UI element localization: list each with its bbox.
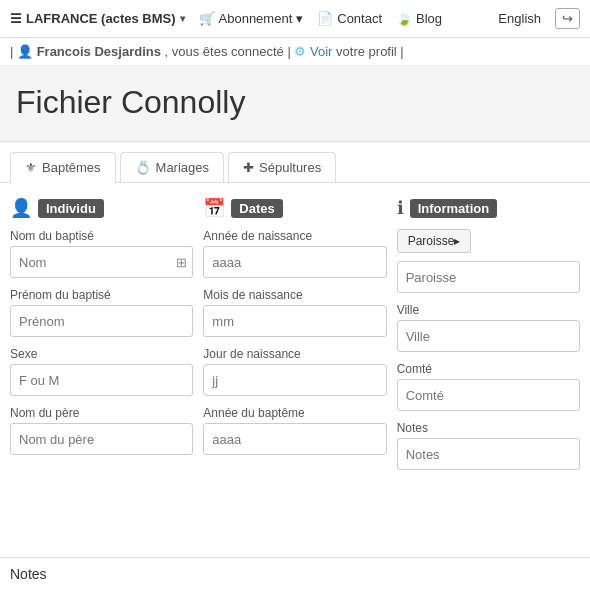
cart-icon: 🛒 [199, 11, 215, 26]
logout-icon: ↪ [562, 11, 573, 26]
annee-bapteme-input[interactable] [203, 423, 386, 455]
comte-field-group: Comté [397, 362, 580, 411]
tab-baptemes[interactable]: ⚜ Baptêmes [10, 152, 116, 183]
nom-label: Nom du baptisé [10, 229, 193, 243]
sexe-field-group: Sexe [10, 347, 193, 396]
userbar: | 👤 Francois Desjardins , vous êtes conn… [0, 38, 590, 66]
userbar-middle: , vous êtes connecté | [165, 44, 291, 59]
leaf-icon: 🍃 [396, 11, 412, 26]
tabs: ⚜ Baptêmes 💍 Mariages ✚ Sépultures [0, 142, 590, 183]
tab-mariages[interactable]: 💍 Mariages [120, 152, 224, 182]
search-form: 👤 Individu Nom du baptisé ⊞ Prénom du ba… [0, 183, 590, 480]
gear-icon: ⚙ [294, 44, 310, 59]
notes-field-group: Notes [397, 421, 580, 470]
annee-naissance-label: Année de naissance [203, 229, 386, 243]
comte-input[interactable] [397, 379, 580, 411]
sexe-label: Sexe [10, 347, 193, 361]
individu-header: 👤 Individu [10, 197, 193, 219]
navbar: ☰ LAFRANCE (actes BMS) ▾ 🛒 Abonnement ▾ … [0, 0, 590, 38]
ville-label: Ville [397, 303, 580, 317]
mariages-icon: 💍 [135, 160, 151, 175]
individu-column: 👤 Individu Nom du baptisé ⊞ Prénom du ba… [10, 193, 193, 480]
mariages-label: Mariages [156, 160, 209, 175]
page-title-section: Fichier Connolly [0, 66, 590, 142]
annee-naissance-input[interactable] [203, 246, 386, 278]
sepultures-label: Sépultures [259, 160, 321, 175]
information-column: ℹ Information Paroisse▸ Ville Comté Note… [397, 193, 580, 480]
nom-input-wrapper: ⊞ [10, 246, 193, 278]
nav-blog[interactable]: 🍃 Blog [396, 11, 442, 26]
nav-english[interactable]: English [498, 11, 541, 26]
sexe-input[interactable] [10, 364, 193, 396]
prenom-input[interactable] [10, 305, 193, 337]
logout-button[interactable]: ↪ [555, 8, 580, 29]
prenom-label: Prénom du baptisé [10, 288, 193, 302]
brand[interactable]: ☰ LAFRANCE (actes BMS) ▾ [10, 11, 185, 26]
dates-badge: Dates [231, 199, 282, 218]
information-badge: Information [410, 199, 498, 218]
abonnement-label: Abonnement [219, 11, 293, 26]
brand-chevron: ▾ [180, 13, 185, 24]
annee-bapteme-label: Année du baptême [203, 406, 386, 420]
baptemes-label: Baptêmes [42, 160, 101, 175]
ville-field-group: Ville [397, 303, 580, 352]
information-header: ℹ Information [397, 197, 580, 219]
list-icon: ☰ [10, 11, 22, 26]
mois-naissance-group: Mois de naissance [203, 288, 386, 337]
information-icon: ℹ [397, 197, 404, 219]
dates-column: 📅 Dates Année de naissance Mois de naiss… [203, 193, 386, 480]
mois-naissance-input[interactable] [203, 305, 386, 337]
annee-naissance-group: Année de naissance [203, 229, 386, 278]
brand-label: LAFRANCE (actes BMS) [26, 11, 176, 26]
notes-label: Notes [397, 421, 580, 435]
annee-bapteme-group: Année du baptême [203, 406, 386, 455]
nav-abonnement[interactable]: 🛒 Abonnement ▾ [199, 11, 304, 26]
abonnement-chevron: ▾ [296, 11, 303, 26]
paroisse-field-group: Paroisse▸ [397, 229, 580, 293]
nom-pere-label: Nom du père [10, 406, 193, 420]
sepultures-icon: ✚ [243, 160, 254, 175]
page-title: Fichier Connolly [16, 84, 574, 121]
file-icon: 📄 [317, 11, 333, 26]
notes-input[interactable] [397, 438, 580, 470]
jour-naissance-group: Jour de naissance [203, 347, 386, 396]
blog-label: Blog [416, 11, 442, 26]
nom-pere-field-group: Nom du père [10, 406, 193, 455]
voir-link[interactable]: Voir [310, 44, 332, 59]
prenom-field-group: Prénom du baptisé [10, 288, 193, 337]
userbar-prefix: | [10, 44, 13, 59]
nav-contact[interactable]: 📄 Contact [317, 11, 382, 26]
jour-naissance-input[interactable] [203, 364, 386, 396]
baptemes-icon: ⚜ [25, 160, 37, 175]
dates-header: 📅 Dates [203, 197, 386, 219]
mois-naissance-label: Mois de naissance [203, 288, 386, 302]
tab-sepultures[interactable]: ✚ Sépultures [228, 152, 336, 182]
nom-pere-input[interactable] [10, 423, 193, 455]
paroisse-button[interactable]: Paroisse▸ [397, 229, 472, 253]
contact-label: Contact [337, 11, 382, 26]
userbar-suffix: votre profil | [336, 44, 404, 59]
individu-badge: Individu [38, 199, 104, 218]
individu-icon: 👤 [10, 197, 32, 219]
jour-naissance-label: Jour de naissance [203, 347, 386, 361]
nom-field-group: Nom du baptisé ⊞ [10, 229, 193, 278]
comte-label: Comté [397, 362, 580, 376]
username: Francois Desjardins [37, 44, 161, 59]
dates-icon: 📅 [203, 197, 225, 219]
user-icon: 👤 [17, 44, 37, 59]
paroisse-input[interactable] [397, 261, 580, 293]
nom-input[interactable] [10, 246, 193, 278]
ville-input[interactable] [397, 320, 580, 352]
